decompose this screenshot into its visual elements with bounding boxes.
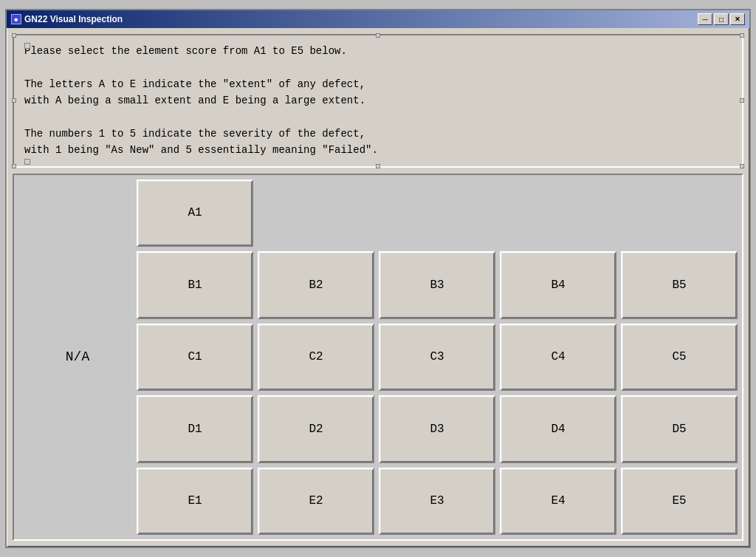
grid-area: N/A A1 B1 B2 B3 B4 B5 C1 C2 C3 C4 C5 D1 (13, 174, 743, 541)
button-b2[interactable]: B2 (258, 251, 374, 318)
button-b5[interactable]: B5 (621, 251, 738, 318)
button-d3[interactable]: D3 (379, 395, 495, 462)
close-button[interactable]: ✕ (730, 13, 745, 25)
title-buttons: ─ □ ✕ (698, 13, 745, 25)
button-d1[interactable]: D1 (137, 395, 253, 462)
window-content: Please select the element score from A1 … (7, 28, 749, 547)
button-d4[interactable]: D4 (500, 395, 616, 462)
button-d5[interactable]: D5 (621, 395, 738, 462)
description-line6: The numbers 1 to 5 indicate the severity… (24, 126, 732, 142)
resize-handle-tl[interactable] (12, 33, 16, 38)
button-e5[interactable]: E5 (621, 468, 738, 535)
main-window: ■ GN22 Visual Inspection ─ □ ✕ Please se… (5, 9, 751, 548)
button-b4[interactable]: B4 (500, 251, 616, 318)
na-label: N/A (66, 349, 89, 364)
minimize-button[interactable]: ─ (698, 13, 712, 25)
button-e2[interactable]: E2 (258, 468, 374, 535)
button-b3[interactable]: B3 (379, 251, 495, 318)
score-grid: A1 B1 B2 B3 B4 B5 C1 C2 C3 C4 C5 D1 D2 D… (137, 180, 738, 535)
maximize-button[interactable]: □ (714, 13, 729, 25)
description-line1: Please select the element score from A1 … (24, 43, 732, 59)
resize-handle-ml[interactable] (12, 98, 16, 103)
window-icon: ■ (11, 14, 21, 24)
button-c4[interactable]: C4 (500, 324, 616, 391)
window-title: GN22 Visual Inspection (24, 14, 123, 24)
button-c2[interactable]: C2 (258, 324, 374, 391)
title-bar: ■ GN22 Visual Inspection ─ □ ✕ (7, 10, 749, 28)
resize-handle-tm[interactable] (376, 33, 380, 38)
button-b1[interactable]: B1 (137, 251, 253, 318)
description-line3: The letters A to E indicate the "extent"… (24, 76, 732, 92)
button-e3[interactable]: E3 (379, 468, 495, 535)
resize-handle-tr[interactable] (740, 33, 744, 38)
button-d2[interactable]: D2 (258, 395, 374, 462)
button-c5[interactable]: C5 (621, 324, 738, 391)
button-e1[interactable]: E1 (137, 468, 253, 535)
description-line7: with 1 being "As New" and 5 essentially … (24, 142, 732, 158)
resize-handle-bl[interactable] (12, 164, 16, 168)
button-e4[interactable]: E4 (500, 468, 616, 535)
na-cell[interactable]: N/A (18, 180, 137, 535)
button-c3[interactable]: C3 (379, 324, 495, 391)
button-a1[interactable]: A1 (137, 180, 253, 247)
description-line4: with A being a small extent and E being … (24, 92, 732, 109)
title-bar-left: ■ GN22 Visual Inspection (11, 14, 123, 24)
resize-handle-mr[interactable] (740, 98, 744, 103)
description-area: Please select the element score from A1 … (13, 34, 743, 168)
resize-handle-br[interactable] (740, 164, 744, 168)
resize-handle-bm[interactable] (376, 164, 380, 168)
button-c1[interactable]: C1 (137, 324, 253, 391)
